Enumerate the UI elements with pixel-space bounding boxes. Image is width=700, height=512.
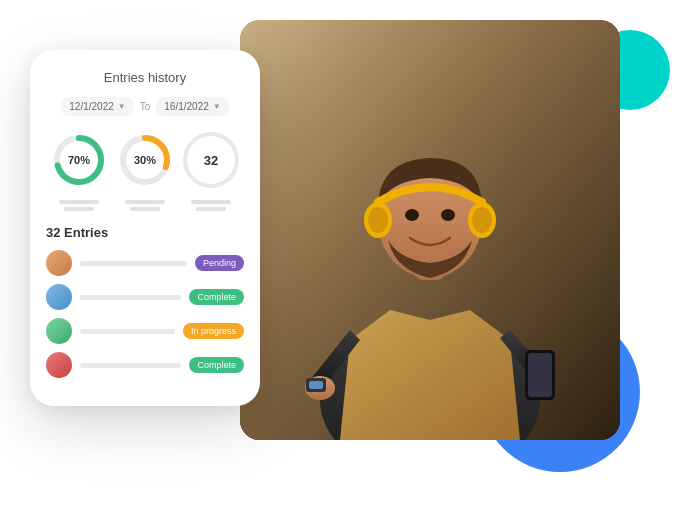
svg-rect-13 (528, 353, 552, 397)
date-to-value: 16/1/2022 (164, 101, 209, 112)
line-bar (125, 200, 165, 204)
plain-circle-32: 32 (183, 132, 239, 188)
charts-row: 70% 30% 32 (46, 132, 244, 188)
dropdown-arrow-to: ▼ (213, 102, 221, 111)
entries-count: 32 Entries (46, 225, 244, 240)
person-svg (240, 20, 620, 440)
chart-lines (46, 200, 244, 211)
avatar (46, 284, 72, 310)
card-title: Entries history (46, 70, 244, 85)
date-separator: To (140, 101, 151, 112)
date-from-value: 12/1/2022 (69, 101, 114, 112)
dropdown-arrow-from: ▼ (118, 102, 126, 111)
chart3-lines (191, 200, 231, 211)
svg-point-7 (368, 207, 388, 233)
main-container: Entries history 12/1/2022 ▼ To 16/1/2022… (0, 0, 700, 512)
status-badge: Complete (189, 289, 244, 305)
avatar (46, 318, 72, 344)
avatar (46, 352, 72, 378)
status-badge: In progress (183, 323, 244, 339)
entry-line (80, 329, 175, 334)
chart1-lines (59, 200, 99, 211)
svg-rect-15 (309, 381, 323, 389)
date-range-row: 12/1/2022 ▼ To 16/1/2022 ▼ (46, 97, 244, 116)
line-bar (191, 200, 231, 204)
avatar (46, 250, 72, 276)
chart1-label: 70% (68, 154, 90, 166)
status-badge: Complete (189, 357, 244, 373)
svg-point-4 (405, 209, 419, 221)
svg-point-9 (472, 207, 492, 233)
chart2-lines (125, 200, 165, 211)
status-badge: Pending (195, 255, 244, 271)
entry-line (80, 295, 181, 300)
line-bar (64, 207, 94, 211)
phone-card: Entries history 12/1/2022 ▼ To 16/1/2022… (30, 50, 260, 406)
date-from-pill[interactable]: 12/1/2022 ▼ (61, 97, 133, 116)
svg-point-5 (441, 209, 455, 221)
entry-row: Pending (46, 250, 244, 276)
chart3-label: 32 (204, 153, 218, 168)
entry-line (80, 363, 181, 368)
entry-line (80, 261, 187, 266)
photo-area (240, 20, 620, 440)
chart2-label: 30% (134, 154, 156, 166)
entry-row: Complete (46, 352, 244, 378)
donut-chart-30: 30% (117, 132, 173, 188)
line-bar (130, 207, 160, 211)
entry-row: Complete (46, 284, 244, 310)
donut-chart-70: 70% (51, 132, 107, 188)
line-bar (59, 200, 99, 204)
date-to-pill[interactable]: 16/1/2022 ▼ (156, 97, 228, 116)
line-bar (196, 207, 226, 211)
entry-row: In progress (46, 318, 244, 344)
